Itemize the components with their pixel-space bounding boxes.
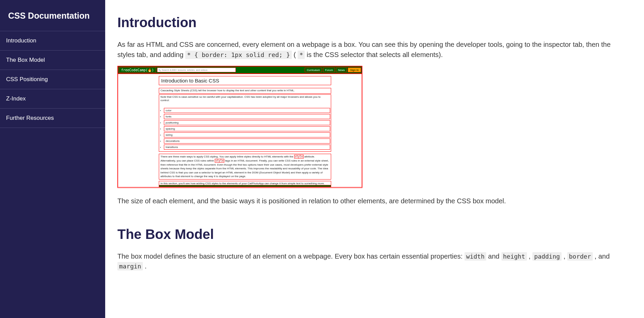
fcc-keyword-style: style <box>294 155 304 158</box>
nav-z-index[interactable]: Z-Index <box>0 89 105 108</box>
fcc-bullet: decorations <box>164 138 330 144</box>
fcc-link-news: News <box>336 68 347 72</box>
code-height: height <box>501 252 527 261</box>
fcc-body: Introduction to Basic CSS Cascading Styl… <box>118 74 362 187</box>
code-width: width <box>465 252 486 261</box>
fcc-link-forum: Forum <box>323 68 335 72</box>
fcc-header: freeCodeCamp(🔥) Search 8,000+ lessons, a… <box>118 66 362 74</box>
fcc-long-paragraph: There are three main ways to apply CSS s… <box>159 154 331 180</box>
intro-paragraph-1: As far as HTML and CSS are concerned, ev… <box>117 40 622 60</box>
heading-box-model: The Box Model <box>117 227 622 242</box>
fcc-content-title: Introduction to Basic CSS <box>159 76 331 85</box>
fcc-search-field: Search 8,000+ lessons, articles, and vid… <box>157 68 236 72</box>
heading-introduction: Introduction <box>117 15 622 30</box>
fcc-link-curriculum: Curriculum <box>305 68 322 72</box>
nav-css-positioning[interactable]: CSS Positioning <box>0 70 105 89</box>
fcc-para-1: Cascading Style Sheets (CSS) tell the br… <box>159 88 331 93</box>
freecodecamp-screenshot: freeCodeCamp(🔥) Search 8,000+ lessons, a… <box>117 66 362 188</box>
code-margin: margin <box>117 262 143 270</box>
sidebar-title: CSS Documentation <box>0 0 105 31</box>
fcc-bullet: color <box>164 108 330 113</box>
nav-further-resources[interactable]: Further Resources <box>0 108 105 128</box>
code-border-rule: * { border: 1px solid red; } <box>185 51 291 59</box>
code-star-selector: * <box>298 51 305 59</box>
main-content: Introduction As far as HTML and CSS are … <box>105 0 634 290</box>
fcc-bullet-list: color fonts positioning spacing sizing d… <box>159 106 331 152</box>
nav-introduction[interactable]: Introduction <box>0 31 105 50</box>
section-box-model: The Box Model The box model defines the … <box>117 227 622 272</box>
box-model-paragraph-1: The box model defines the basic structur… <box>117 251 622 272</box>
section-introduction: Introduction As far as HTML and CSS are … <box>117 15 622 206</box>
sidebar: CSS Documentation Introduction The Box M… <box>0 0 105 290</box>
nav-box-model[interactable]: The Box Model <box>0 50 105 70</box>
fcc-bullet: positioning <box>164 120 330 125</box>
fcc-bullet: sizing <box>164 132 330 137</box>
code-border: border <box>567 252 593 261</box>
fcc-bullet: transitions <box>164 145 330 150</box>
fcc-bullet: fonts <box>164 114 330 119</box>
fcc-signin-button: Sign In <box>348 68 361 72</box>
fcc-logo: freeCodeCamp(🔥) <box>119 67 156 73</box>
intro-paragraph-2: The size of each element, and the basic … <box>117 196 622 206</box>
fcc-footer-bar <box>159 185 331 187</box>
fcc-bullet: spacing <box>164 126 330 131</box>
code-padding: padding <box>532 252 562 261</box>
fcc-para-2: Note that CSS is case-sensitive so be ca… <box>159 94 331 107</box>
fcc-keyword-style: style <box>215 159 224 163</box>
